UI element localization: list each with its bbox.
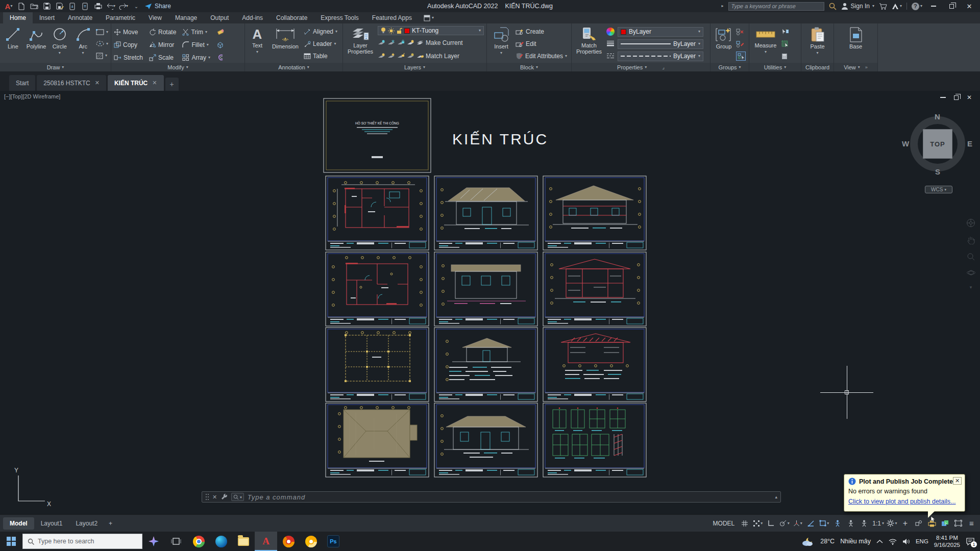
temperature[interactable]: 28°C — [820, 538, 835, 545]
close-tab-icon[interactable]: ✕ — [95, 80, 100, 86]
taskbar-search-input[interactable] — [38, 538, 137, 545]
customization-plus-button[interactable]: + — [900, 518, 911, 529]
properties-panel-label[interactable]: Properties▾⌟ — [572, 63, 710, 71]
cart-icon[interactable] — [879, 3, 887, 10]
layer-unlock-icon[interactable] — [397, 28, 402, 34]
scale-button[interactable]: Scale — [149, 52, 176, 64]
minimize-button[interactable] — [927, 1, 940, 11]
status-customize-menu[interactable]: ≡ — [966, 518, 977, 529]
array-button[interactable]: Array▾ — [182, 52, 210, 64]
fillet-button[interactable]: Fillet▾ — [182, 39, 210, 51]
start-button[interactable] — [0, 532, 22, 551]
layer-unlock2-icon[interactable] — [397, 53, 405, 59]
quick-select-button[interactable] — [781, 27, 789, 36]
help-icon[interactable]: ?▾ — [912, 3, 922, 10]
object-snap-toggle[interactable]: ▾ — [819, 518, 829, 529]
tab-view[interactable]: View — [142, 12, 168, 23]
sign-in-button[interactable]: Sign In ▾ — [841, 3, 874, 10]
tab-collaborate[interactable]: Collaborate — [270, 12, 314, 23]
text-button[interactable]: A Text▾ — [248, 25, 267, 63]
polar-tracking-toggle[interactable]: ▾ — [779, 518, 790, 529]
notification-close-button[interactable]: ✕ — [953, 477, 962, 485]
hatch-tool-button[interactable]: ▾ — [96, 50, 108, 62]
offset-button[interactable] — [216, 52, 225, 64]
measure-button[interactable]: Measure▾ — [752, 25, 779, 63]
draw-panel-label[interactable]: Draw▾ — [0, 63, 111, 71]
quick-calc-button[interactable] — [781, 52, 789, 61]
isolate-objects-button[interactable] — [913, 518, 924, 529]
rectangle-tool-button[interactable]: ▾ — [96, 26, 108, 38]
task-view-icon[interactable] — [165, 532, 187, 551]
tab-home[interactable]: Home — [3, 12, 33, 23]
pan-hand-icon[interactable] — [967, 236, 975, 244]
zoom-icon[interactable] — [967, 253, 975, 261]
linetype-dropdown[interactable]: ByLayer▾ — [618, 52, 703, 61]
tab-parametric[interactable]: Parametric — [99, 12, 142, 23]
chrome-icon[interactable] — [187, 532, 210, 551]
wcs-dropdown[interactable]: WCS▾ — [925, 186, 952, 193]
ungroup-button[interactable] — [736, 27, 746, 36]
search-icon[interactable] — [829, 3, 837, 10]
graphics-performance-icon[interactable] — [940, 518, 950, 529]
layer-on-bulb-icon[interactable] — [381, 27, 386, 34]
group-button[interactable]: Group — [713, 25, 734, 63]
annotation-scale-value[interactable]: 1:1▾ — [872, 518, 884, 529]
model-space-toggle[interactable]: MODEL — [711, 520, 737, 527]
trim-button[interactable]: Trim▾ — [182, 26, 210, 38]
viewport-controls[interactable]: [−][Top][2D Wireframe] — [4, 93, 60, 99]
autodesk-apps-icon[interactable]: ▾ — [892, 3, 902, 10]
viewcube[interactable]: N W E S TOP — [907, 113, 968, 174]
navigation-bar[interactable]: ▾ — [965, 218, 977, 290]
tab-output[interactable]: Output — [204, 12, 235, 23]
layer-properties-button[interactable]: Layer Properties — [346, 25, 375, 63]
lineweight-dropdown[interactable]: ByLayer▾ — [618, 39, 703, 49]
select-similar-button[interactable] — [781, 39, 789, 48]
base-button[interactable]: Base — [844, 25, 868, 63]
restore-button[interactable] — [945, 1, 958, 11]
dimension-button[interactable]: Dimension — [270, 25, 301, 63]
doc-close-icon[interactable]: ✕ — [967, 94, 972, 101]
command-grip-icon[interactable] — [205, 493, 209, 500]
explode-button[interactable] — [216, 39, 225, 51]
groups-panel-label[interactable]: Groups▾ — [710, 63, 749, 71]
weather-icon[interactable] — [801, 536, 815, 546]
layer-freeze-icon[interactable] — [387, 40, 395, 45]
layer-isolate-icon[interactable] — [378, 40, 385, 45]
tab-annotate[interactable]: Annotate — [61, 12, 99, 23]
open-from-mobile-icon[interactable] — [81, 2, 90, 11]
layer-thaw-all-icon[interactable] — [387, 53, 395, 59]
create-block-button[interactable]: Create — [516, 26, 567, 38]
nav-more-icon[interactable]: ▾ — [970, 285, 972, 290]
move-button[interactable]: Move — [114, 26, 143, 38]
taskbar-search-box[interactable] — [22, 534, 142, 549]
block-panel-label[interactable]: Block▾ — [487, 63, 571, 71]
file-tab-kien-truc[interactable]: KIẾN TRÚC✕ — [108, 75, 164, 91]
isometric-drafting-toggle[interactable]: ▾ — [792, 518, 803, 529]
annotation-visibility-toggle[interactable] — [832, 518, 843, 529]
clean-screen-button[interactable] — [953, 518, 964, 529]
group-selection-toggle[interactable] — [736, 52, 746, 61]
chrome-profile-red-icon[interactable] — [277, 532, 300, 551]
ortho-mode-toggle[interactable] — [766, 518, 776, 529]
circle-button[interactable]: Circle▾ — [50, 25, 70, 63]
collapse-ribbon-icon[interactable]: » — [865, 65, 868, 70]
polyline-button[interactable]: Polyline — [26, 25, 47, 63]
stretch-button[interactable]: Stretch — [114, 52, 143, 64]
layout-tab-layout2[interactable]: Layout2 — [69, 517, 104, 530]
save-to-mobile-icon[interactable] — [68, 2, 77, 11]
weather-description[interactable]: Nhiều mây — [840, 538, 871, 545]
rotate-button[interactable]: Rotate — [149, 26, 176, 38]
action-center-icon[interactable]: 1 — [966, 537, 975, 546]
plot-status-icon[interactable] — [926, 518, 937, 529]
autocad-logo-icon[interactable]: A▾ — [4, 2, 13, 11]
tab-add-ins[interactable]: Add-ins — [235, 12, 270, 23]
clock[interactable]: 8:41 PM 9/16/2025 — [934, 534, 960, 548]
annotation-autoscale-toggle[interactable] — [845, 518, 856, 529]
line-button[interactable]: Line — [3, 25, 23, 63]
modify-panel-label[interactable]: Modify▾ — [111, 63, 244, 71]
volume-icon[interactable] — [902, 538, 910, 545]
edge-icon[interactable] — [210, 532, 232, 551]
layers-panel-label[interactable]: Layers▾ — [343, 63, 486, 71]
command-expand-icon[interactable]: ▴ — [775, 495, 777, 499]
tab-manage[interactable]: Manage — [168, 12, 204, 23]
